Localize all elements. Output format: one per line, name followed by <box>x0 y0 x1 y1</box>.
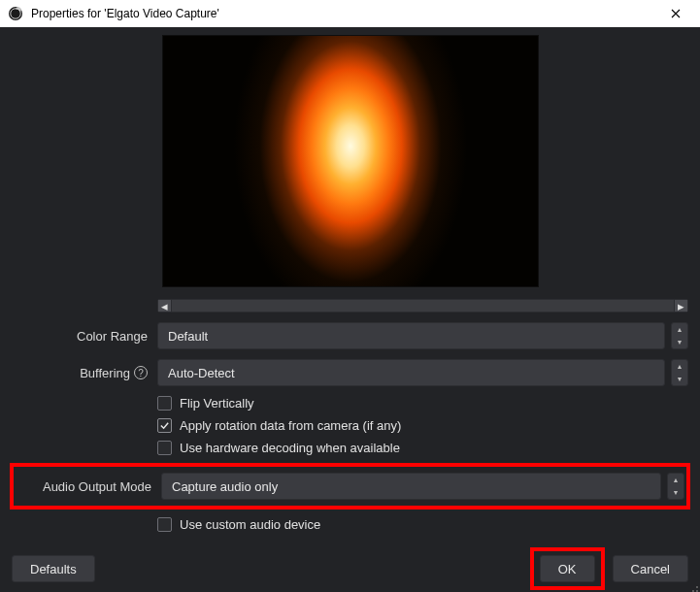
buffering-value: Auto-Detect <box>168 366 235 380</box>
color-range-select[interactable]: Default <box>157 322 665 349</box>
buffering-row: Buffering ? Auto-Detect ▲ ▼ <box>12 359 688 386</box>
settings-form: Color Range Default ▲ ▼ Buffering ? Auto… <box>12 322 688 540</box>
custom-audio-device-label: Use custom audio device <box>180 517 320 532</box>
resize-grip-icon[interactable] <box>687 585 699 592</box>
hw-decoding-label: Use hardware decoding when available <box>180 441 400 455</box>
custom-audio-device-row: Use custom audio device <box>157 517 688 532</box>
audio-output-mode-select[interactable]: Capture audio only <box>161 473 661 500</box>
buffering-label: Buffering ? <box>12 366 157 380</box>
flip-vertically-label: Flip Vertically <box>180 396 254 411</box>
cancel-button[interactable]: Cancel <box>613 555 688 582</box>
apply-rotation-row: Apply rotation data from camera (if any) <box>157 418 688 433</box>
video-preview <box>162 35 539 287</box>
preview-area <box>12 27 688 287</box>
flip-vertically-row: Flip Vertically <box>157 396 688 411</box>
ok-button-highlight: OK <box>530 547 605 590</box>
chevron-up-icon: ▲ <box>672 323 687 336</box>
flip-vertically-checkbox[interactable] <box>157 396 172 411</box>
svg-point-2 <box>696 586 698 588</box>
chevron-down-icon: ▼ <box>668 486 683 499</box>
audio-output-mode-value: Capture audio only <box>172 479 278 494</box>
audio-output-mode-row: Audio Output Mode Capture audio only ▲ ▼ <box>16 473 684 500</box>
scroll-right-icon[interactable]: ▸ <box>674 300 687 312</box>
custom-audio-device-checkbox[interactable] <box>157 517 172 532</box>
chevron-up-icon: ▲ <box>672 360 687 373</box>
apply-rotation-label: Apply rotation data from camera (if any) <box>180 418 401 433</box>
ok-button[interactable]: OK <box>540 555 595 582</box>
chevron-down-icon: ▼ <box>672 336 687 348</box>
help-icon[interactable]: ? <box>134 366 148 379</box>
check-icon <box>159 420 170 431</box>
apply-rotation-checkbox[interactable] <box>157 418 172 433</box>
color-range-row: Color Range Default ▲ ▼ <box>12 322 688 349</box>
audio-output-mode-label: Audio Output Mode <box>16 479 161 494</box>
audio-output-mode-highlight: Audio Output Mode Capture audio only ▲ ▼ <box>10 463 690 510</box>
buffering-label-text: Buffering <box>80 366 130 380</box>
close-button[interactable] <box>655 0 696 27</box>
chevron-down-icon: ▼ <box>672 373 687 385</box>
titlebar: Properties for 'Elgato Video Capture' <box>0 0 700 27</box>
window-title: Properties for 'Elgato Video Capture' <box>31 7 655 20</box>
obs-app-icon <box>8 6 23 21</box>
audio-output-mode-stepper[interactable]: ▲ ▼ <box>667 473 684 500</box>
properties-dialog: Properties for 'Elgato Video Capture' ◂ … <box>0 0 700 592</box>
chevron-up-icon: ▲ <box>668 474 683 486</box>
hw-decoding-row: Use hardware decoding when available <box>157 441 688 455</box>
buffering-select[interactable]: Auto-Detect <box>157 359 665 386</box>
defaults-button[interactable]: Defaults <box>12 555 95 582</box>
color-range-label: Color Range <box>12 329 157 344</box>
scroll-left-icon[interactable]: ◂ <box>158 300 172 312</box>
dialog-footer: Defaults OK Cancel <box>12 540 688 590</box>
hw-decoding-checkbox[interactable] <box>157 441 172 455</box>
color-range-stepper[interactable]: ▲ ▼ <box>671 322 688 349</box>
color-range-value: Default <box>168 329 208 344</box>
dialog-content: ◂ ▸ Color Range Default ▲ ▼ Buffering ? <box>0 27 700 592</box>
close-icon <box>671 9 681 18</box>
settings-scrollbar[interactable]: ◂ ▸ <box>157 299 688 312</box>
buffering-stepper[interactable]: ▲ ▼ <box>671 359 688 386</box>
